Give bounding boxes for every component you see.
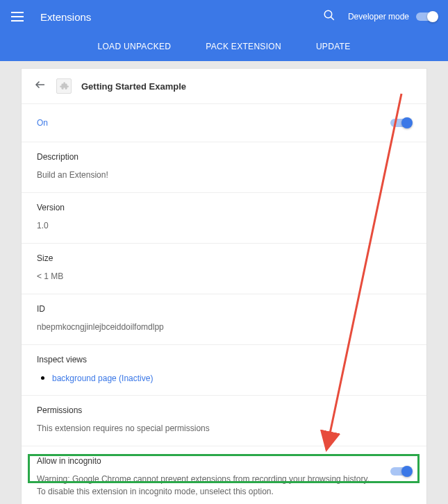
size-label: Size xyxy=(37,253,411,263)
section-inspect-views: Inspect views background page (Inactive) xyxy=(22,345,426,396)
section-version: Version 1.0 xyxy=(22,193,426,244)
version-label: Version xyxy=(37,203,411,212)
extension-icon xyxy=(56,78,72,94)
id-label: ID xyxy=(37,304,411,314)
enable-toggle[interactable] xyxy=(390,119,411,127)
extension-title: Getting Started Example xyxy=(81,81,186,92)
inspect-views-label: Inspect views xyxy=(37,355,411,364)
section-size: Size < 1 MB xyxy=(22,244,426,294)
id-value: nbepmkocngjinlejbceiddoilfomdlpp xyxy=(37,321,411,333)
svg-point-0 xyxy=(324,10,332,18)
inspect-view-link[interactable]: background page (Inactive) xyxy=(52,373,153,383)
section-allow-incognito: Allow in incognito Warning: Google Chrom… xyxy=(22,446,426,504)
section-description: Description Build an Extension! xyxy=(22,142,426,193)
permissions-label: Permissions xyxy=(37,405,411,415)
tab-pack-extension[interactable]: PACK EXTENSION xyxy=(206,42,281,51)
enable-label: On xyxy=(37,118,48,128)
permissions-value: This extension requires no special permi… xyxy=(37,422,411,435)
version-value: 1.0 xyxy=(37,219,411,232)
developer-mode-toggle[interactable] xyxy=(416,12,437,21)
incognito-toggle[interactable] xyxy=(390,467,411,476)
menu-icon[interactable] xyxy=(11,8,28,25)
header-tabs: LOAD UNPACKED PACK EXTENSION UPDATE xyxy=(0,33,448,61)
enable-row: On xyxy=(22,104,426,142)
section-id: ID nbepmkocngjinlejbceiddoilfomdlpp xyxy=(22,294,426,345)
description-value: Build an Extension! xyxy=(37,169,411,181)
incognito-label: Allow in incognito xyxy=(37,456,376,466)
section-permissions: Permissions This extension requires no s… xyxy=(22,396,426,446)
extension-detail-page: Getting Started Example On Description B… xyxy=(21,68,427,504)
back-icon[interactable] xyxy=(34,78,47,94)
page-title: Extensions xyxy=(40,11,323,23)
tab-update[interactable]: UPDATE xyxy=(316,42,351,51)
developer-mode-label: Developer mode xyxy=(348,12,409,22)
svg-line-1 xyxy=(331,17,334,20)
header-top: Extensions Developer mode xyxy=(0,0,448,33)
header: Extensions Developer mode LOAD UNPACKED … xyxy=(0,0,448,61)
incognito-warning: Warning: Google Chrome cannot prevent ex… xyxy=(37,473,376,498)
size-value: < 1 MB xyxy=(37,270,411,283)
search-icon[interactable] xyxy=(323,9,335,24)
title-row: Getting Started Example xyxy=(22,69,426,104)
tab-load-unpacked[interactable]: LOAD UNPACKED xyxy=(98,42,172,51)
description-label: Description xyxy=(37,152,411,162)
